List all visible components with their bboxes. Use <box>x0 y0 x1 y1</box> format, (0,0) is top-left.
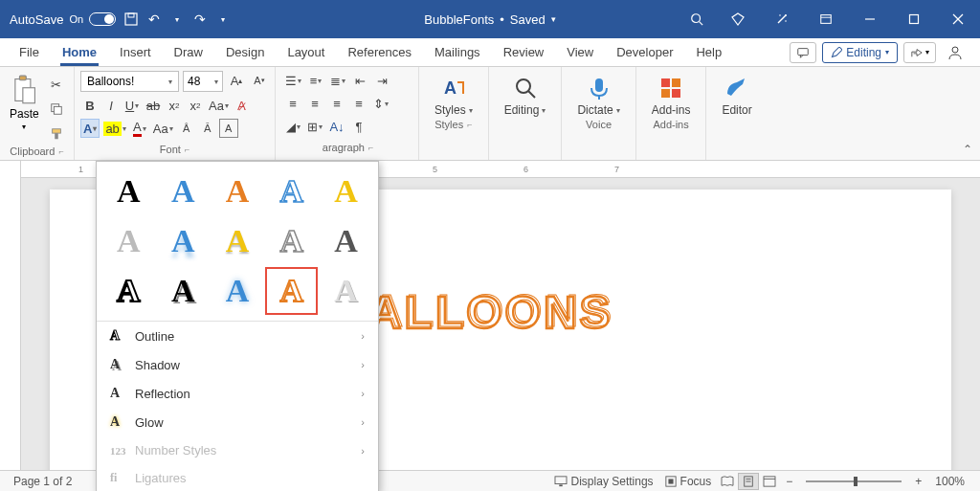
tab-home[interactable]: Home <box>51 38 108 66</box>
dictate-button[interactable]: Dictate▾ <box>568 71 629 117</box>
tab-view[interactable]: View <box>555 38 605 66</box>
tab-mailings[interactable]: Mailings <box>423 38 492 66</box>
cut-icon[interactable]: ✂ <box>47 75 66 94</box>
strikethrough-button[interactable]: ab <box>144 96 163 115</box>
decrease-indent-icon[interactable]: ⇤ <box>350 71 369 90</box>
justify-icon[interactable]: ≡ <box>349 94 368 113</box>
undo-dropdown-icon[interactable]: ▾ <box>169 11 185 27</box>
close-button[interactable] <box>936 0 980 38</box>
superscript-button[interactable]: x2 <box>186 96 205 115</box>
subscript-button[interactable]: x2 <box>165 96 184 115</box>
fx-preset-13[interactable]: A <box>212 267 264 315</box>
focus-button[interactable]: Focus <box>659 475 718 488</box>
character-border-icon[interactable]: A <box>219 119 238 138</box>
fx-preset-1[interactable]: A <box>102 167 155 215</box>
vertical-ruler[interactable] <box>0 161 21 470</box>
show-marks-icon[interactable]: ¶ <box>349 117 368 136</box>
tab-references[interactable]: References <box>336 38 422 66</box>
launcher-icon[interactable]: ⌐ <box>185 145 189 154</box>
fx-preset-3[interactable]: A <box>212 167 264 215</box>
zoom-in-button[interactable]: + <box>909 475 927 488</box>
display-settings-button[interactable]: Display Settings <box>548 475 659 488</box>
fx-preset-4[interactable]: A <box>265 167 318 215</box>
copy-icon[interactable] <box>47 100 66 119</box>
fx-shadow-menu[interactable]: AShadow › <box>97 350 378 379</box>
minimize-button[interactable] <box>848 0 892 38</box>
fx-outline-menu[interactable]: AOutline › <box>97 322 378 350</box>
launcher-icon[interactable]: ⌐ <box>368 143 373 152</box>
zoom-level[interactable]: 100% <box>927 475 972 488</box>
print-layout-icon[interactable] <box>738 473 759 490</box>
fx-preset-12[interactable]: A <box>157 267 210 315</box>
borders-icon[interactable]: ⊞▾ <box>305 117 324 136</box>
fx-reflection-menu[interactable]: AReflection › <box>97 379 378 408</box>
fx-preset-8[interactable]: A <box>212 217 264 265</box>
shading-icon[interactable]: ◢▾ <box>283 117 302 136</box>
character-shading-icon[interactable]: Aa▾ <box>151 119 175 138</box>
save-icon[interactable] <box>123 11 139 27</box>
fx-preset-14[interactable]: A <box>265 267 318 315</box>
launcher-icon[interactable]: ⌐ <box>58 146 63 156</box>
grow-font-icon[interactable]: A▴ <box>227 71 246 90</box>
fx-preset-6[interactable]: A <box>102 217 155 265</box>
editing-button[interactable]: Editing▾ <box>495 71 556 117</box>
tab-review[interactable]: Review <box>492 38 556 66</box>
tab-help[interactable]: Help <box>684 38 733 66</box>
sort-icon[interactable]: A↓ <box>327 117 346 136</box>
account-icon[interactable] <box>942 42 969 63</box>
redo-icon[interactable]: ↷ <box>192 11 208 27</box>
fx-preset-15[interactable]: A <box>320 267 372 315</box>
italic-button[interactable]: I <box>101 96 121 115</box>
fx-preset-11[interactable]: A <box>102 267 155 315</box>
align-center-icon[interactable]: ≡ <box>305 94 324 113</box>
page-indicator[interactable]: Page 1 of 2 <box>8 475 78 488</box>
qat-customize-icon[interactable]: ▾ <box>215 11 231 27</box>
increase-indent-icon[interactable]: ⇥ <box>372 71 391 90</box>
zoom-slider[interactable] <box>806 480 902 482</box>
undo-icon[interactable]: ↶ <box>146 11 162 27</box>
document-title[interactable]: BubbleFonts • Saved ▾ <box>424 12 555 27</box>
launcher-icon[interactable]: ⌐ <box>467 120 472 129</box>
share-button[interactable]: ▾ <box>903 42 936 63</box>
comments-button[interactable] <box>790 42 816 63</box>
search-icon[interactable] <box>678 0 716 38</box>
change-case-button[interactable]: Aa▾ <box>207 96 231 115</box>
tab-insert[interactable]: Insert <box>108 38 163 66</box>
align-left-icon[interactable]: ≡ <box>283 94 302 113</box>
editing-mode-button[interactable]: Editing ▾ <box>822 42 898 63</box>
fx-glow-menu[interactable]: AGlow › <box>97 408 378 436</box>
underline-button[interactable]: U▾ <box>122 96 142 115</box>
diamond-icon[interactable] <box>716 0 760 38</box>
autosave-toggle[interactable]: AutoSave On <box>10 12 116 27</box>
ribbon-display-icon[interactable] <box>804 0 848 38</box>
styles-button[interactable]: A Styles▾ <box>425 71 482 117</box>
multilevel-list-icon[interactable]: ≣▾ <box>328 71 347 90</box>
tab-developer[interactable]: Developer <box>605 38 684 66</box>
zoom-out-button[interactable]: − <box>780 475 798 488</box>
wand-icon[interactable] <box>760 0 804 38</box>
addins-button[interactable]: Add-ins <box>642 71 701 117</box>
align-right-icon[interactable]: ≡ <box>327 94 346 113</box>
editor-button[interactable]: Editor <box>712 71 761 117</box>
shrink-font-icon[interactable]: A▾ <box>250 71 269 90</box>
tab-file[interactable]: File <box>8 38 51 66</box>
read-mode-icon[interactable] <box>717 473 738 490</box>
font-color-button[interactable]: A▾ <box>130 119 149 138</box>
fx-preset-9[interactable]: A <box>265 217 318 265</box>
fx-preset-7[interactable]: A <box>157 217 210 265</box>
font-size-combo[interactable]: 48 ▾ <box>183 71 223 92</box>
bold-button[interactable]: B <box>80 96 100 115</box>
maximize-button[interactable] <box>892 0 936 38</box>
line-spacing-icon[interactable]: ⇕▾ <box>371 94 390 113</box>
collapse-ribbon-icon[interactable]: ⌃ <box>963 143 972 156</box>
numbering-icon[interactable]: ≡▾ <box>306 71 325 90</box>
bullets-icon[interactable]: ☰▾ <box>283 71 303 90</box>
tab-layout[interactable]: Layout <box>276 38 336 66</box>
phonetic-guide-icon[interactable]: Ǎ <box>198 119 217 138</box>
paste-button[interactable]: Paste ▾ <box>6 71 43 135</box>
web-layout-icon[interactable] <box>759 473 780 490</box>
tab-design[interactable]: Design <box>214 38 276 66</box>
tab-draw[interactable]: Draw <box>163 38 214 66</box>
format-painter-icon[interactable] <box>47 124 66 144</box>
highlight-button[interactable]: ab▾ <box>101 119 127 138</box>
